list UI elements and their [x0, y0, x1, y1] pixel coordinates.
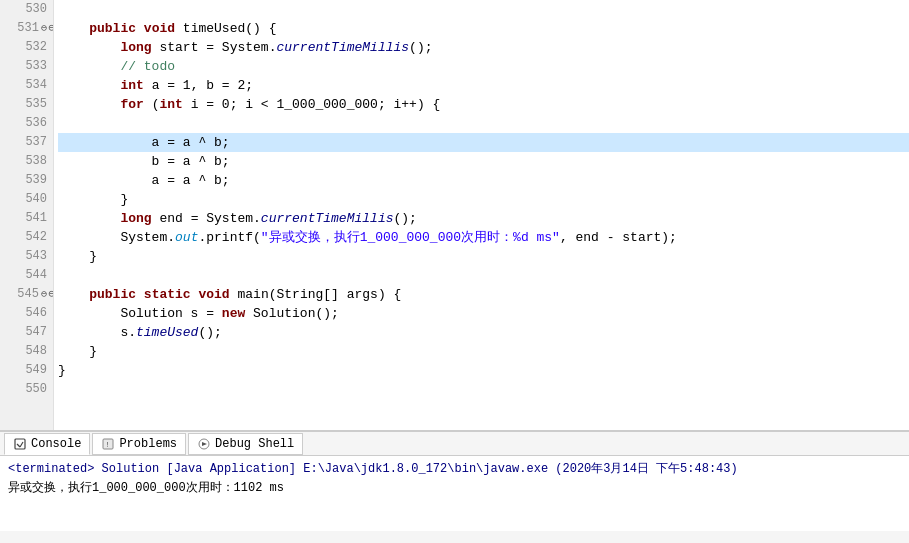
line-number-537: 537: [0, 133, 53, 152]
code-content[interactable]: public void timeUsed() { long start = Sy…: [54, 0, 909, 430]
line-number-542: 542: [0, 228, 53, 247]
terminated-line: <terminated> Solution [Java Application]…: [8, 460, 901, 477]
code-line-544: [58, 266, 909, 285]
code-line-546: Solution s = new Solution();: [58, 304, 909, 323]
line-number-536: 536: [0, 114, 53, 133]
line-number-550: 550: [0, 380, 53, 399]
console-icon: [13, 437, 27, 451]
code-line-547: s.timeUsed();: [58, 323, 909, 342]
line-number-543: 543: [0, 247, 53, 266]
problems-icon: !: [101, 437, 115, 451]
line-number-549: 549: [0, 361, 53, 380]
console-tab-problems[interactable]: !Problems: [92, 433, 186, 455]
code-line-530: [58, 0, 909, 19]
console-tab-console[interactable]: Console: [4, 433, 90, 455]
editor-area: 530531⊖532533534535536537538539540541542…: [0, 0, 909, 430]
code-line-533: // todo: [58, 57, 909, 76]
line-number-534: 534: [0, 76, 53, 95]
code-line-540: }: [58, 190, 909, 209]
console-tab-bar: Console!ProblemsDebug Shell: [0, 432, 909, 456]
tab-label-console: Console: [31, 437, 81, 451]
code-line-539: a = a ^ b;: [58, 171, 909, 190]
code-line-534: int a = 1, b = 2;: [58, 76, 909, 95]
line-number-539: 539: [0, 171, 53, 190]
line-number-541: 541: [0, 209, 53, 228]
line-number-546: 546: [0, 304, 53, 323]
console-output-area: <terminated> Solution [Java Application]…: [0, 456, 909, 531]
svg-line-1: [17, 444, 20, 447]
code-line-550: [58, 380, 909, 399]
tab-label-problems: Problems: [119, 437, 177, 451]
code-line-548: }: [58, 342, 909, 361]
code-line-535: for (int i = 0; i < 1_000_000_000; i++) …: [58, 95, 909, 114]
line-number-545: 545⊖: [0, 285, 53, 304]
svg-line-2: [20, 442, 23, 447]
svg-text:!: !: [106, 440, 111, 449]
line-number-533: 533: [0, 57, 53, 76]
code-line-531: public void timeUsed() {: [58, 19, 909, 38]
code-line-549: }: [58, 361, 909, 380]
code-line-536: [58, 114, 909, 133]
line-number-535: 535: [0, 95, 53, 114]
svg-rect-0: [15, 439, 25, 449]
code-line-542: System.out.printf("异或交换，执行1_000_000_000次…: [58, 228, 909, 247]
debug-icon: [197, 437, 211, 451]
code-line-537: a = a ^ b;: [58, 133, 909, 152]
line-number-544: 544: [0, 266, 53, 285]
line-number-538: 538: [0, 152, 53, 171]
console-tab-debug-shell[interactable]: Debug Shell: [188, 433, 303, 455]
line-number-532: 532: [0, 38, 53, 57]
code-line-532: long start = System.currentTimeMillis();: [58, 38, 909, 57]
line-number-531: 531⊖: [0, 19, 53, 38]
svg-marker-6: [202, 442, 207, 446]
line-number-540: 540: [0, 190, 53, 209]
code-line-545: public static void main(String[] args) {: [58, 285, 909, 304]
line-numbers: 530531⊖532533534535536537538539540541542…: [0, 0, 54, 430]
code-line-538: b = a ^ b;: [58, 152, 909, 171]
line-number-548: 548: [0, 342, 53, 361]
output-line: 异或交换，执行1_000_000_000次用时：1102 ms: [8, 479, 901, 496]
console-area: Console!ProblemsDebug Shell <terminated>…: [0, 430, 909, 531]
code-line-543: }: [58, 247, 909, 266]
code-line-541: long end = System.currentTimeMillis();: [58, 209, 909, 228]
line-number-530: 530: [0, 0, 53, 19]
tab-label-debug-shell: Debug Shell: [215, 437, 294, 451]
line-number-547: 547: [0, 323, 53, 342]
